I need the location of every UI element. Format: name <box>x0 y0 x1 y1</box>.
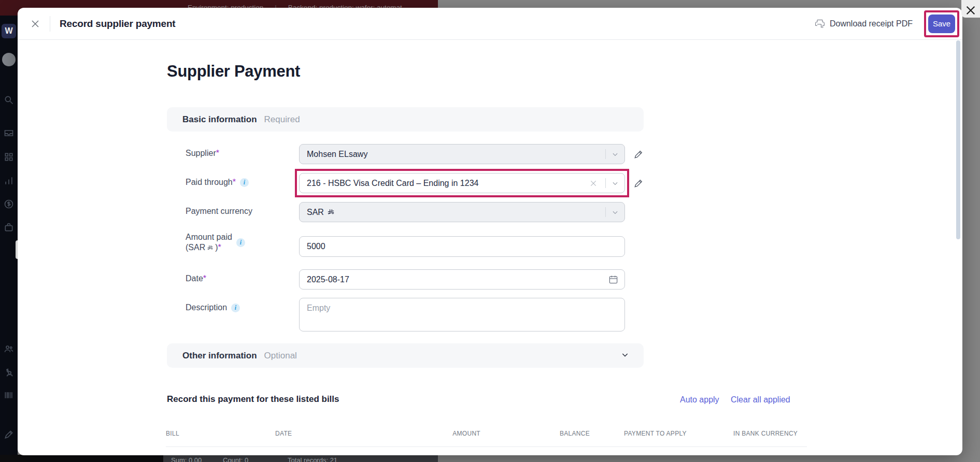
clear-icon[interactable] <box>589 179 598 187</box>
required-asterisk: * <box>233 178 236 186</box>
column-header-date: DATE <box>275 430 292 437</box>
saudi-riyal-icon <box>327 208 335 216</box>
clear-all-applied-link[interactable]: Clear all applied <box>731 395 790 405</box>
bills-section-title: Record this payment for these listed bil… <box>167 394 339 405</box>
amount-paid-label: Amount paid (SAR)* i <box>186 232 245 253</box>
saudi-riyal-icon <box>207 243 214 250</box>
payment-currency-value: SAR <box>307 208 324 217</box>
section-other-title: Other information <box>182 351 257 361</box>
section-basic-title: Basic information <box>182 114 257 125</box>
required-asterisk: * <box>216 149 219 157</box>
bar-chart-icon[interactable] <box>4 176 14 186</box>
edit-paid-through-button[interactable] <box>633 178 644 189</box>
date-input[interactable]: 2025-08-17 <box>299 269 625 290</box>
payment-currency-label: Payment currency <box>186 207 252 216</box>
payment-currency-select[interactable]: SAR <box>299 202 625 222</box>
download-receipt-pdf-button[interactable]: Download receipt PDF <box>815 19 913 29</box>
modal-title: Record supplier payment <box>60 18 175 30</box>
external-close-icon[interactable] <box>965 5 976 16</box>
required-asterisk: * <box>218 243 221 252</box>
search-icon[interactable] <box>4 95 14 105</box>
section-other-information[interactable]: Other information Optional <box>167 343 644 368</box>
download-receipt-pdf-label: Download receipt PDF <box>830 19 913 28</box>
page-title: Supplier Payment <box>167 62 300 81</box>
auto-apply-link[interactable]: Auto apply <box>680 395 719 405</box>
section-other-badge: Optional <box>264 351 297 361</box>
supplier-label: Supplier* <box>186 149 219 158</box>
info-icon[interactable]: i <box>240 178 249 187</box>
person-dollar-icon[interactable] <box>4 367 14 378</box>
paid-through-value: 216 - HSBC Visa Credit Card – Ending in … <box>307 179 478 188</box>
statusbar: Sum: 0.00 Count: 0 Total records: 21 <box>163 455 438 462</box>
avatar[interactable] <box>2 53 16 66</box>
dollar-circle-icon[interactable] <box>4 199 14 209</box>
printer-download-icon <box>815 19 825 29</box>
chevron-down-icon[interactable] <box>612 180 619 187</box>
edit-supplier-button[interactable] <box>633 149 644 160</box>
column-header-in-bank-currency: IN BANK CURRENCY <box>733 430 798 437</box>
header-divider <box>50 16 50 32</box>
statusbar-sum: Sum: 0.00 <box>171 456 202 462</box>
statusbar-count: Count: 0 <box>223 456 248 462</box>
info-icon[interactable]: i <box>236 238 245 247</box>
info-icon[interactable]: i <box>231 304 240 312</box>
description-textarea[interactable] <box>299 298 625 331</box>
screen: Environment: production|Backend: product… <box>0 0 980 462</box>
column-header-payment-to-apply: PAYMENT TO APPLY <box>624 430 687 437</box>
barcode-icon[interactable] <box>4 390 14 400</box>
column-header-bill: BILL <box>166 430 179 437</box>
record-supplier-payment-modal: Record supplier payment Download receipt… <box>18 8 962 455</box>
calendar-icon[interactable] <box>608 275 618 284</box>
date-value: 2025-08-17 <box>307 275 349 284</box>
section-basic-badge: Required <box>264 114 300 125</box>
statusbar-left <box>0 455 163 462</box>
supplier-value: Mohsen ELsawy <box>307 150 367 159</box>
section-basic-information: Basic information Required <box>167 107 644 132</box>
description-label: Description i <box>186 303 240 312</box>
paid-through-label: Paid through* i <box>186 178 249 187</box>
required-asterisk: * <box>203 274 206 283</box>
pen-icon[interactable] <box>4 429 14 440</box>
save-button[interactable]: Save <box>928 15 955 33</box>
statusbar-total-records: Total records: 21 <box>288 456 337 462</box>
supplier-select[interactable]: Mohsen ELsawy <box>299 144 625 164</box>
column-header-balance: BALANCE <box>538 430 590 437</box>
amount-paid-input[interactable] <box>299 236 625 257</box>
column-header-amount: AMOUNT <box>429 430 480 437</box>
save-annotation-box: Save <box>924 10 959 37</box>
close-icon[interactable] <box>28 17 42 31</box>
bag-icon[interactable] <box>4 222 14 233</box>
paid-through-select[interactable]: 216 - HSBC Visa Credit Card – Ending in … <box>299 173 625 193</box>
table-header-divider <box>166 446 807 447</box>
chevron-down-icon[interactable] <box>612 209 619 216</box>
chevron-down-icon[interactable] <box>621 351 629 361</box>
people-icon[interactable] <box>4 343 14 354</box>
app-sidebar: W <box>0 16 18 455</box>
modal-body: Supplier Payment Basic information Requi… <box>18 40 962 455</box>
date-label: Date* <box>186 274 206 283</box>
chevron-down-icon[interactable] <box>612 151 619 158</box>
app-logo[interactable]: W <box>2 24 16 38</box>
apps-grid-icon[interactable] <box>4 152 14 162</box>
modal-header: Record supplier payment Download receipt… <box>18 8 962 40</box>
inbox-icon[interactable] <box>4 128 14 138</box>
